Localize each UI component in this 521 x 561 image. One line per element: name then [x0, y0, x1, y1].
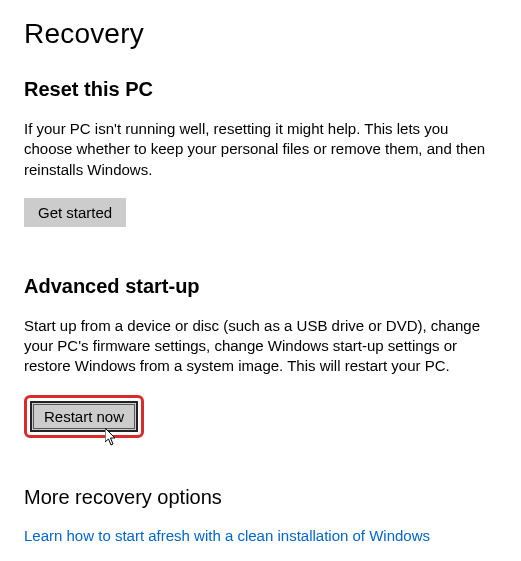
restart-now-highlight: Restart now [24, 395, 144, 438]
reset-pc-description: If your PC isn't running well, resetting… [24, 119, 497, 180]
more-recovery-heading: More recovery options [24, 486, 497, 509]
more-recovery-section: More recovery options Learn how to start… [24, 486, 497, 545]
advanced-startup-section: Advanced start-up Start up from a device… [24, 275, 497, 438]
get-started-button[interactable]: Get started [24, 198, 126, 227]
reset-pc-section: Reset this PC If your PC isn't running w… [24, 78, 497, 227]
fresh-install-link[interactable]: Learn how to start afresh with a clean i… [24, 527, 430, 544]
page-title: Recovery [24, 18, 497, 50]
restart-now-button[interactable]: Restart now [30, 401, 138, 432]
advanced-startup-description: Start up from a device or disc (such as … [24, 316, 497, 377]
advanced-startup-heading: Advanced start-up [24, 275, 497, 298]
reset-pc-heading: Reset this PC [24, 78, 497, 101]
